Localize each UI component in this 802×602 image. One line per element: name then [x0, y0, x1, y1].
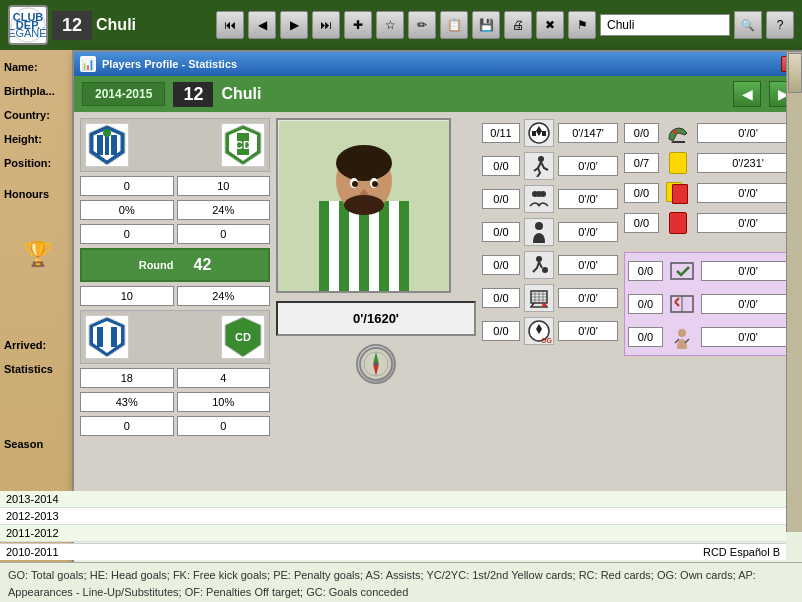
- stat-row-net: 0/0: [482, 283, 618, 313]
- stat-r6c2: 10%: [177, 392, 271, 412]
- add-btn[interactable]: ✚: [344, 11, 372, 39]
- modal-icon: 📊: [80, 56, 96, 72]
- modal-header: 2014-2015 12 Chuli ◀ ▶: [74, 76, 802, 112]
- search-input[interactable]: [600, 14, 730, 36]
- person-left: 0/0: [482, 222, 520, 242]
- yr-card-icon: [663, 179, 693, 207]
- stats-grid-5: 18 4: [80, 368, 270, 388]
- search-button[interactable]: 🔍: [734, 11, 762, 39]
- svg-rect-25: [369, 201, 379, 291]
- bottom-season: 2010-2011: [0, 544, 100, 560]
- stat-r2c1: 0%: [80, 200, 174, 220]
- position-label: Position:: [4, 151, 76, 175]
- season-column-label: Season: [4, 438, 43, 450]
- svg-point-33: [344, 195, 384, 215]
- svg-point-31: [352, 181, 358, 187]
- trophy-icon: 🏆: [23, 240, 53, 267]
- right-row-yr: 0/0 0'/0': [624, 178, 799, 208]
- copy-btn[interactable]: 📋: [440, 11, 468, 39]
- edit-btn[interactable]: ✏: [408, 11, 436, 39]
- bottom-legend: GO: Total goals; HE: Head goals; FK: Fre…: [0, 562, 802, 602]
- yellow-card-icon: [663, 149, 693, 177]
- mid-stats-panel: 0/11 0'/147' 0/0: [482, 118, 618, 506]
- stat-row-kick: 0/0 0'/0': [482, 250, 618, 280]
- stat-r5c1: 18: [80, 368, 174, 388]
- right-row-injury: 0/0 0'/0': [628, 322, 795, 352]
- table-row[interactable]: 2013-2014: [0, 491, 786, 508]
- player-photo: [276, 118, 451, 293]
- birthplace-label: Birthpla...: [4, 79, 76, 103]
- bottom-team: RCD Español B: [697, 544, 786, 560]
- badge-spacer-2: [133, 315, 217, 359]
- round-btn[interactable]: Round 42: [80, 248, 270, 282]
- stat-r1c1: 0: [80, 176, 174, 196]
- season-cell-2: 2012-2013: [0, 508, 451, 525]
- main-scrollbar[interactable]: [786, 52, 802, 532]
- season-table: 2013-2014 2012-2013 2011-2012: [0, 491, 786, 542]
- yr-left: 0/0: [624, 183, 659, 203]
- purple-section: 0/0 0'/0' 0/0: [624, 252, 799, 356]
- flag-btn[interactable]: ⚑: [568, 11, 596, 39]
- og-left: 0/0: [482, 321, 520, 341]
- kick-right: 0'/0': [558, 255, 618, 275]
- red-right: 0'/0': [697, 213, 799, 233]
- nav-prev-btn[interactable]: ◀: [248, 11, 276, 39]
- stat-row-run: 0/0 0'/0': [482, 151, 618, 181]
- boot-left: 0/0: [624, 123, 659, 143]
- svg-rect-59: [671, 263, 693, 279]
- boot-icon: [663, 119, 693, 147]
- table-row[interactable]: 2012-2013: [0, 508, 786, 525]
- profile-prev-btn[interactable]: ◀: [733, 81, 761, 107]
- stats-grid-3: 0 0: [80, 224, 270, 244]
- season-selector[interactable]: 2014-2015: [82, 82, 165, 106]
- stat-r2c2: 24%: [177, 200, 271, 220]
- scroll-thumb[interactable]: [788, 53, 802, 93]
- svg-point-45: [535, 222, 543, 230]
- middle-panel: 0'/1620': [276, 118, 476, 506]
- injury-right: 0'/0': [701, 327, 795, 347]
- yellow-right: 0'/231': [697, 153, 799, 173]
- stat-r5c2: 4: [177, 368, 271, 388]
- round-label: Round: [139, 259, 174, 271]
- delete-btn[interactable]: ✖: [536, 11, 564, 39]
- time-display: 0'/1620': [276, 301, 476, 336]
- yellow-left: 0/7: [624, 153, 659, 173]
- bottom-legend-text: GO: Total goals; HE: Head goals; FK: Fre…: [8, 569, 756, 598]
- run-icon: [524, 152, 554, 180]
- modal-content-area: CD 0 10 0% 24% 0 0: [74, 112, 802, 512]
- table-row[interactable]: 2011-2012: [0, 525, 786, 542]
- svg-rect-17: [97, 327, 103, 347]
- help-btn[interactable]: ?: [766, 11, 794, 39]
- save-btn[interactable]: 💾: [472, 11, 500, 39]
- top-toolbar: CLUB DEP. LEGANÉS 12 Chuli ⏮ ◀ ▶ ⏭ ✚ ☆ ✏…: [0, 0, 802, 50]
- star-btn[interactable]: ☆: [376, 11, 404, 39]
- og-icon: OG: [524, 317, 554, 345]
- nav-first-btn[interactable]: ⏮: [216, 11, 244, 39]
- svg-rect-24: [349, 201, 359, 291]
- club-badges-row-2: CD: [80, 310, 270, 364]
- stat-r1c2: 10: [177, 176, 271, 196]
- modal-player-name: Chuli: [221, 85, 725, 103]
- nav-next-btn[interactable]: ▶: [280, 11, 308, 39]
- modal-title: Players Profile - Statistics: [102, 58, 237, 70]
- club-badge-3: [85, 315, 129, 359]
- left-stats-panel: CD 0 10 0% 24% 0 0: [80, 118, 270, 506]
- name-label: Name:: [4, 55, 76, 79]
- group-icon: [524, 185, 554, 213]
- svg-point-44: [536, 191, 542, 197]
- svg-point-28: [336, 145, 392, 181]
- nav-last-btn[interactable]: ⏭: [312, 11, 340, 39]
- svg-marker-39: [532, 131, 536, 136]
- run-right: 0'/0': [558, 156, 618, 176]
- goals-right: 0'/147': [558, 123, 618, 143]
- net-left: 0/0: [482, 288, 520, 308]
- stats-grid-2: 0% 24%: [80, 200, 270, 220]
- person-icon: [524, 218, 554, 246]
- print-btn[interactable]: 🖨: [504, 11, 532, 39]
- right-row-red: 0/0 0'/0': [624, 208, 799, 238]
- svg-point-41: [538, 156, 544, 162]
- svg-rect-23: [329, 201, 339, 291]
- svg-rect-26: [389, 201, 399, 291]
- red-left: 0/0: [624, 213, 659, 233]
- stats-grid-6: 43% 10%: [80, 392, 270, 412]
